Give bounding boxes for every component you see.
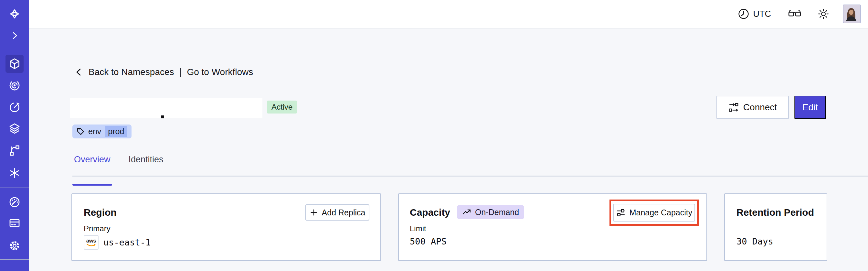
workflows-spiral-icon (8, 79, 21, 92)
status-badge: Active (267, 100, 297, 114)
aws-provider-icon: aws (84, 235, 99, 250)
avatar[interactable] (843, 4, 861, 23)
tab-identities[interactable]: Identities (127, 152, 165, 176)
go-to-workflows-link[interactable]: Go to Workflows (187, 67, 253, 77)
back-to-namespaces-link[interactable]: Back to Namespaces (89, 67, 174, 77)
plus-icon (310, 208, 318, 217)
sun-icon (817, 8, 829, 20)
sidebar-item-schedules[interactable] (5, 98, 24, 116)
temporal-logo[interactable] (5, 5, 24, 23)
sidebar-item-workflows[interactable] (5, 76, 24, 94)
glasses-icon (788, 9, 801, 19)
breadcrumb: Back to Namespaces | Go to Workflows (74, 67, 253, 78)
trending-up-icon (462, 208, 471, 217)
clock-icon (738, 8, 749, 20)
topbar: UTC (29, 0, 868, 28)
limit-label: Limit (410, 224, 426, 233)
namespace-name-dot (161, 116, 164, 118)
nexus-asterisk-icon (8, 167, 21, 179)
chevron-left-icon[interactable] (74, 68, 83, 77)
schedules-timer-icon (8, 100, 21, 114)
readability-button[interactable] (788, 9, 801, 19)
tag-value: prod (105, 126, 127, 137)
support-circle-icon (8, 270, 21, 271)
primary-label: Primary (84, 224, 111, 233)
sidebar-item-usage[interactable] (5, 193, 24, 211)
annotation-highlight: Manage Capacity (610, 200, 699, 226)
batch-branch-icon (8, 144, 21, 157)
edit-button[interactable]: Edit (794, 96, 826, 119)
temporal-cloud-app: UTC (0, 0, 868, 271)
capacity-card-title: Capacity (410, 207, 450, 218)
sliders-icon (616, 208, 626, 218)
namespace-tag-chip: env prod (72, 124, 131, 139)
namespaces-cube-icon (8, 57, 21, 70)
namespace-name-redacted (70, 98, 262, 118)
expand-chevron-icon[interactable] (5, 27, 24, 44)
tag-key: env (88, 127, 101, 136)
add-replica-button[interactable]: Add Replica (305, 204, 369, 220)
breadcrumb-separator: | (179, 67, 182, 78)
manage-capacity-button[interactable]: Manage Capacity (613, 204, 695, 221)
retention-card-title: Retention Period (737, 207, 814, 218)
sidebar-item-namespaces[interactable] (5, 55, 24, 73)
retention-value: 30 Days (737, 236, 773, 246)
timezone-label: UTC (753, 9, 771, 19)
sidebar-divider (0, 187, 29, 188)
theme-toggle-button[interactable] (817, 8, 829, 20)
sidebar-item-nexus[interactable] (5, 164, 24, 182)
sidebar-item-settings[interactable] (5, 237, 24, 255)
primary-region-row: aws us-east-1 (84, 235, 151, 250)
tab-overview[interactable]: Overview (72, 152, 112, 176)
connect-icon (728, 102, 739, 113)
usage-speedometer-icon (8, 195, 21, 209)
settings-gear-icon (8, 239, 21, 252)
region-card: Region Add Replica Primary aws us-east-1 (71, 193, 381, 261)
retention-card: Retention Period 30 Days (724, 193, 827, 261)
sidebar-item-deployments[interactable] (5, 120, 24, 138)
connect-button[interactable]: Connect (716, 96, 789, 119)
deployments-layers-icon (8, 122, 21, 135)
region-value: us-east-1 (103, 237, 151, 247)
billing-card-icon (8, 217, 21, 230)
sidebar-item-support[interactable] (5, 267, 24, 271)
sidebar-item-batch-operations[interactable] (5, 141, 24, 159)
tag-icon (76, 127, 85, 136)
on-demand-badge: On-Demand (457, 205, 524, 219)
region-card-title: Region (84, 207, 117, 218)
sidebar-item-billing[interactable] (5, 214, 24, 232)
sidebar (0, 0, 29, 271)
sidebar-divider (0, 259, 29, 260)
tabs-bar: Overview Identities (72, 152, 868, 177)
capacity-value: 500 APS (410, 236, 446, 246)
timezone-button[interactable]: UTC (738, 8, 771, 20)
